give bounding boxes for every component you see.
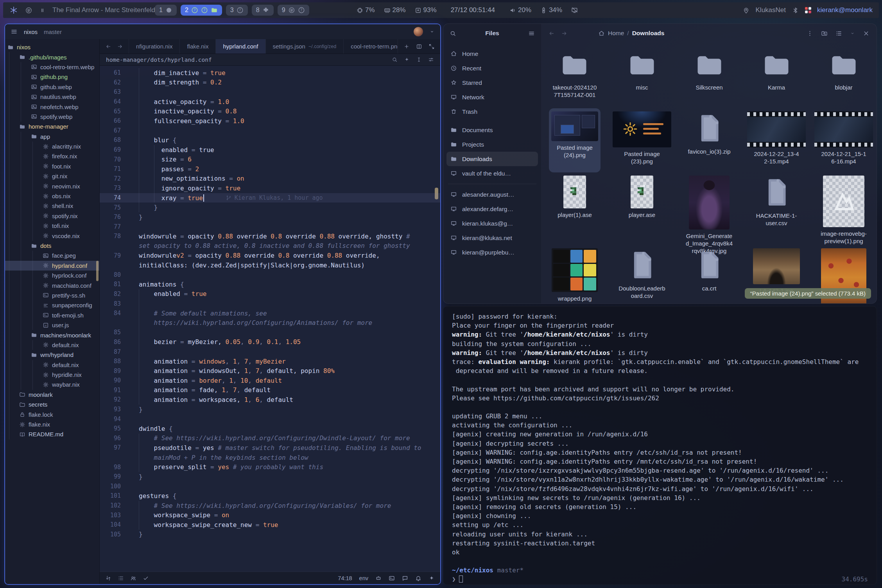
expand-icon[interactable] xyxy=(428,43,435,50)
project-name[interactable]: nixos xyxy=(24,29,38,35)
tree-item[interactable]: firefox.nix xyxy=(5,151,99,161)
diff-icon[interactable] xyxy=(105,575,111,581)
assistant-icon[interactable] xyxy=(428,575,435,581)
cursor-position[interactable]: 74:18 xyxy=(338,575,352,581)
tree-item[interactable]: nautilus.webp xyxy=(5,92,99,102)
tab-settings.json[interactable]: settings.json~/.config/zed xyxy=(266,39,344,54)
tree-item[interactable]: vscode.nix xyxy=(5,231,99,240)
tree-item[interactable]: app xyxy=(5,132,99,142)
chevron-down-icon[interactable] xyxy=(429,29,435,34)
inline-assist-icon[interactable] xyxy=(404,57,410,63)
app-menu-icon[interactable] xyxy=(11,28,18,35)
env-indicator[interactable]: env xyxy=(359,575,368,581)
workspace-pill-8[interactable]: 8 xyxy=(252,5,274,16)
tree-item[interactable]: github.webp xyxy=(5,82,99,92)
sidebar-item-kieran-klukas-net[interactable]: kieran@klukas.net xyxy=(446,231,538,245)
copilot-icon[interactable] xyxy=(375,575,382,581)
tree-item[interactable]: README.md xyxy=(5,429,99,439)
workspace-pill-3[interactable]: 3? xyxy=(226,5,248,16)
terminal-panel-icon[interactable] xyxy=(389,575,395,581)
avatar[interactable] xyxy=(414,27,423,36)
file-item[interactable]: Pasted image (24).png xyxy=(549,108,601,172)
file-item[interactable]: image-removebg- preview(1).png xyxy=(818,172,869,245)
nav-forward-icon[interactable] xyxy=(117,43,123,50)
sidebar-item-trash[interactable]: Trash xyxy=(446,104,538,119)
tree-item[interactable]: flake.nix xyxy=(5,419,99,429)
network-name[interactable]: KlukasNet xyxy=(756,6,786,14)
nav-back-icon[interactable] xyxy=(105,43,111,50)
workspace-pill-1[interactable]: 1 xyxy=(155,5,177,16)
sidebar-item-kieran-purplebu-[interactable]: kieran@purplebu… xyxy=(446,245,538,260)
outline-icon[interactable] xyxy=(118,575,124,581)
path-home[interactable]: Home xyxy=(608,30,624,37)
sidebar-item-starred[interactable]: Starred xyxy=(446,75,538,90)
file-item[interactable]: Pasted image (23).png xyxy=(610,108,674,172)
volume-icon[interactable] xyxy=(509,7,516,14)
sidebar-item-vault-of-the-eldu-[interactable]: vault of the eldu… xyxy=(446,166,538,181)
file-item[interactable]: Silkscreen xyxy=(688,47,730,108)
keyboard-layout-icon[interactable] xyxy=(805,7,811,13)
tree-item[interactable]: hypridle.nix xyxy=(5,370,99,380)
sidebar-item-documents[interactable]: Documents xyxy=(446,123,538,137)
tree-item[interactable]: tofi-emoji.sh xyxy=(5,310,99,320)
tab-cool-retro-term.png[interactable]: cool-retro-term.png xyxy=(344,39,398,54)
sidebar-menu-icon[interactable] xyxy=(528,30,535,37)
tree-item[interactable]: tofi.nix xyxy=(5,221,99,231)
bluetooth-icon[interactable] xyxy=(792,7,799,14)
tree-item[interactable]: dots xyxy=(5,241,99,251)
search-icon[interactable] xyxy=(450,30,456,37)
file-item[interactable]: 2024-12-21_15-1 6-16.mp4 xyxy=(812,108,875,172)
tree-item[interactable]: git.nix xyxy=(5,171,99,181)
tree-item[interactable]: JSuser.js xyxy=(5,320,99,330)
view-options-icon[interactable] xyxy=(850,30,855,37)
tree-item[interactable]: alacritty.nix xyxy=(5,142,99,151)
tree-item[interactable]: cool-retro-term.webp xyxy=(5,62,99,72)
sidebar-item-alexander-defarg-[interactable]: alexander.defarg… xyxy=(446,202,538,216)
new-tab-icon[interactable] xyxy=(403,43,410,50)
tree-item[interactable]: neofetch.webp xyxy=(5,102,99,111)
file-item[interactable]: DoubloonLeaderb oard.csv xyxy=(616,245,667,304)
new-folder-icon[interactable] xyxy=(821,30,828,37)
sidebar-item-kieran-klukas-g-[interactable]: kieran.klukas@g… xyxy=(446,216,538,231)
sidebar-item-projects[interactable]: Projects xyxy=(446,137,538,152)
tree-item[interactable]: prettify-ss.sh xyxy=(5,290,99,300)
close-icon[interactable] xyxy=(863,30,869,37)
file-item[interactable]: Karma xyxy=(756,47,798,108)
more-options-icon[interactable] xyxy=(807,30,813,37)
tree-item[interactable]: hyprlock.conf xyxy=(5,271,99,280)
tree-item[interactable]: shell.nix xyxy=(5,201,99,211)
tree-item[interactable]: macchiato.conf xyxy=(5,280,99,290)
workspace-pill-2[interactable]: 2?? xyxy=(181,5,222,16)
back-icon[interactable] xyxy=(548,30,555,37)
home-icon[interactable] xyxy=(598,30,605,37)
breadcrumb[interactable]: home-manager/dots/hyprland.conf xyxy=(106,57,212,63)
tree-item[interactable]: sunpaperconfig xyxy=(5,300,99,310)
sidebar-item-downloads[interactable]: Downloads xyxy=(446,152,538,166)
editor-controls-icon[interactable] xyxy=(428,57,434,63)
file-item[interactable]: 2024-12-22_13-4 2-15.mp4 xyxy=(745,108,808,172)
file-item[interactable]: misc xyxy=(621,47,663,108)
tree-item[interactable]: obs.nix xyxy=(5,191,99,201)
terminal-window[interactable]: [sudo] password for kierank:Place your f… xyxy=(443,306,877,585)
tree-item[interactable]: neovim.nix xyxy=(5,181,99,191)
file-item[interactable]: favicon_io(3).zip xyxy=(685,108,733,172)
tree-item[interactable]: waybar.nix xyxy=(5,380,99,389)
tree-item[interactable]: face.jpeg xyxy=(5,251,99,260)
sidebar-item-network[interactable]: Network xyxy=(446,90,538,104)
workspace-pill-9[interactable]: 9? xyxy=(278,5,309,16)
tree-item[interactable]: spotify.webp xyxy=(5,112,99,122)
tree-item[interactable]: spotify.nix xyxy=(5,211,99,221)
diagnostics-check-icon[interactable] xyxy=(143,575,149,581)
file-item[interactable]: player(1).ase xyxy=(555,172,594,245)
file-item[interactable]: ca.crt xyxy=(691,245,728,304)
tree-item[interactable]: default.nix xyxy=(5,360,99,370)
tree-item[interactable]: nixos xyxy=(5,42,99,52)
tab-flake.nix[interactable]: flake.nix xyxy=(180,39,216,54)
tree-item[interactable]: hyprland.conf xyxy=(5,261,99,271)
idle-inhibitor-icon[interactable] xyxy=(571,7,578,14)
tree-item[interactable]: foot.nix xyxy=(5,161,99,171)
git-branch[interactable]: master xyxy=(44,29,62,35)
file-item[interactable]: HACKATIME-1- user.csv xyxy=(754,172,800,245)
tab-nfiguration.nix[interactable]: nfiguration.nix xyxy=(129,39,180,54)
file-item[interactable]: takeout-2024120 7T155714Z-001 xyxy=(550,47,599,108)
